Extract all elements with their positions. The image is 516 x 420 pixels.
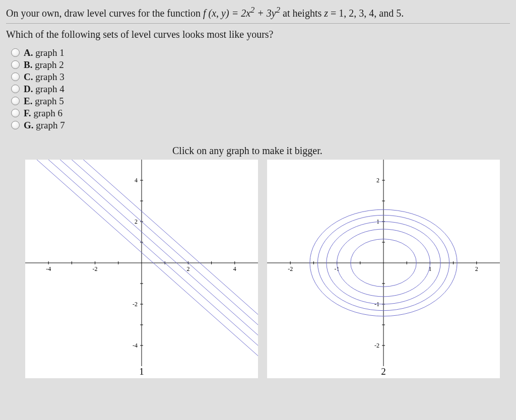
- svg-text:4: 4: [233, 265, 236, 272]
- svg-text:1: 1: [428, 265, 431, 272]
- svg-text:-4: -4: [133, 342, 138, 349]
- radio-b[interactable]: [11, 60, 20, 69]
- graph-2-number: 2: [381, 366, 386, 377]
- svg-text:4: 4: [135, 177, 138, 184]
- options-list: A. graph 1 B. graph 2 C. graph 3 D. grap…: [11, 47, 510, 131]
- and-word: and: [376, 8, 396, 19]
- svg-text:2: 2: [475, 265, 478, 272]
- z-var: z: [324, 8, 328, 19]
- graph-2-svg: -2-112-2-112: [267, 160, 500, 366]
- option-c-label: C. graph 3: [24, 72, 64, 83]
- svg-text:-2: -2: [288, 265, 293, 272]
- graph-1-number: 1: [139, 366, 144, 377]
- last-z: 5: [396, 8, 401, 19]
- option-d[interactable]: D. graph 4: [11, 84, 510, 95]
- radio-f[interactable]: [11, 109, 20, 117]
- radio-a[interactable]: [11, 48, 20, 57]
- divider: [6, 23, 510, 24]
- graph-2[interactable]: -2-112-2-112 2: [267, 160, 500, 378]
- prompt-prefix: On your own, draw level curves for the f…: [6, 8, 203, 19]
- option-f-label: F. graph 6: [24, 108, 62, 119]
- svg-text:-2: -2: [93, 265, 98, 272]
- option-g[interactable]: G. graph 7: [11, 120, 510, 131]
- radio-d[interactable]: [11, 85, 20, 93]
- option-e-label: E. graph 5: [24, 96, 64, 107]
- option-e[interactable]: E. graph 5: [11, 96, 510, 107]
- prompt-fn: f (x, y) = 2x2 + 3y2: [203, 8, 280, 19]
- graph-1-svg: -4-224-4-224: [25, 160, 258, 366]
- svg-text:-2: -2: [133, 301, 138, 308]
- graph-1[interactable]: -4-224-4-224 1: [25, 160, 258, 378]
- option-c[interactable]: C. graph 3: [11, 72, 510, 83]
- radio-g[interactable]: [11, 121, 20, 129]
- option-a[interactable]: A. graph 1: [11, 47, 510, 58]
- radio-c[interactable]: [11, 73, 20, 81]
- option-b[interactable]: B. graph 2: [11, 59, 510, 71]
- option-g-label: G. graph 7: [24, 120, 65, 131]
- z-vals: = 1, 2, 3, 4,: [328, 8, 376, 19]
- svg-text:2: 2: [135, 218, 138, 225]
- svg-text:2: 2: [376, 177, 379, 184]
- prompt-mid: at heights: [280, 8, 324, 19]
- svg-text:2: 2: [186, 265, 189, 272]
- svg-text:-2: -2: [374, 342, 379, 349]
- prompt: On your own, draw level curves for the f…: [6, 4, 510, 20]
- option-b-label: B. graph 2: [24, 59, 64, 71]
- question-text: Which of the following sets of level cur…: [6, 29, 510, 40]
- option-f[interactable]: F. graph 6: [11, 108, 510, 119]
- option-d-label: D. graph 4: [24, 84, 64, 95]
- option-a-label: A. graph 1: [24, 47, 64, 58]
- graph-instruction: Click on any graph to make it bigger.: [172, 145, 510, 157]
- svg-text:-4: -4: [46, 265, 51, 272]
- radio-e[interactable]: [11, 97, 20, 105]
